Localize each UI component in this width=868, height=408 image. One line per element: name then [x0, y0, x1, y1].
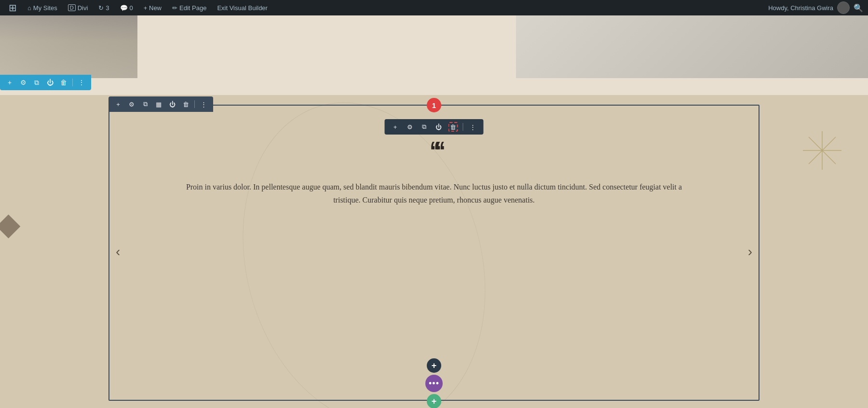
delete-section-button[interactable]: 🗑 — [59, 78, 68, 87]
more-module-button[interactable]: ⋮ — [468, 122, 478, 132]
wp-logo-button[interactable]: ⊞ — [5, 0, 21, 15]
add-row-button[interactable]: + — [113, 99, 123, 109]
edit-page-label: Edit Page — [179, 4, 206, 12]
settings-row-button[interactable]: ⚙ — [127, 99, 136, 109]
add-top-button[interactable]: + — [427, 358, 441, 373]
module-toolbar-top: + ⚙ ⧉ ⏻ 🗑 ⋮ — [0, 75, 91, 90]
star-decoration — [803, 131, 841, 172]
columns-row-button[interactable]: ▦ — [154, 99, 163, 109]
page-content: + ⚙ ⧉ ⏻ 🗑 ⋮ + ⚙ ⧉ ▦ ⏻ 🗑 — [0, 15, 868, 408]
main-content: + ⚙ ⧉ ▦ ⏻ 🗑 ⋮ 1 + ⚙ ⧉ ⏻ 🗑 ⋮ — [0, 95, 868, 408]
divi-label: Divi — [78, 4, 88, 12]
prev-arrow-icon: ‹ — [116, 244, 120, 259]
duplicate-row-button[interactable]: ⧉ — [140, 99, 150, 109]
exit-builder-label: Exit Visual Builder — [217, 4, 268, 12]
divi-button[interactable]: D Divi — [64, 0, 92, 15]
delete-row-button[interactable]: 🗑 — [181, 99, 190, 109]
divi-count-button[interactable]: ↻ 3 — [95, 0, 113, 15]
exit-builder-button[interactable]: Exit Visual Builder — [213, 0, 271, 15]
testimonial-text: Proin in varius dolor. In pellentesque a… — [175, 180, 694, 206]
new-label: + New — [144, 4, 162, 12]
power-row-button[interactable]: ⏻ — [167, 99, 177, 109]
dots-button[interactable]: ••• — [425, 375, 443, 392]
testimonial-box: 1 + ⚙ ⧉ ⏻ 🗑 ⋮ ““ Proin in varius dolor. … — [108, 105, 760, 401]
duplicate-module-button[interactable]: ⧉ — [420, 122, 429, 132]
delete-module-button[interactable]: 🗑 — [448, 122, 458, 132]
settings-section-button[interactable]: ⚙ — [18, 78, 28, 87]
search-icon[interactable]: 🔍 — [854, 3, 863, 13]
my-sites-button[interactable]: ⌂ My Sites — [24, 0, 61, 15]
nav-prev-button[interactable]: ‹ — [116, 244, 120, 259]
divi-icon: D — [68, 4, 76, 11]
toolbar-separator — [72, 79, 73, 86]
comments-count: 0 — [130, 4, 133, 12]
add-module-button[interactable]: + — [391, 122, 400, 132]
top-image-left — [0, 15, 137, 78]
howdy-label: Howdy, Christina Gwira — [768, 4, 833, 12]
quote-marks: ““ — [430, 137, 438, 171]
module-toolbar-separator — [463, 123, 463, 131]
power-section-button[interactable]: ⏻ — [45, 78, 55, 87]
wp-icon: ⊞ — [9, 2, 17, 14]
nav-next-button[interactable]: › — [748, 244, 752, 259]
avatar[interactable] — [837, 1, 850, 14]
my-sites-label: My Sites — [33, 4, 57, 12]
admin-bar: ⊞ ⌂ My Sites D Divi ↻ 3 💬 0 + New ✏ Edit… — [0, 0, 868, 15]
home-icon: ⌂ — [27, 4, 31, 12]
settings-module-button[interactable]: ⚙ — [405, 122, 415, 132]
more-section-button[interactable]: ⋮ — [77, 78, 86, 87]
divi-count: 3 — [106, 4, 109, 12]
comments-button[interactable]: 💬 0 — [116, 0, 137, 15]
top-section — [0, 15, 868, 78]
pencil-icon: ✏ — [172, 4, 177, 12]
top-image-right — [516, 15, 868, 78]
comment-icon: 💬 — [120, 4, 128, 12]
new-button[interactable]: + New — [140, 0, 165, 15]
diamond-decoration — [0, 215, 20, 238]
admin-bar-right: Howdy, Christina Gwira 🔍 — [768, 1, 863, 14]
edit-page-button[interactable]: ✏ Edit Page — [168, 0, 210, 15]
bottom-add-buttons: + ••• + — [425, 358, 443, 408]
refresh-icon: ↻ — [98, 4, 104, 12]
power-module-button[interactable]: ⏻ — [434, 122, 444, 132]
add-bottom-button[interactable]: + — [427, 394, 441, 408]
duplicate-section-button[interactable]: ⧉ — [32, 78, 41, 87]
counter-value: 1 — [432, 101, 436, 109]
more-row-button[interactable]: ⋮ — [199, 99, 208, 109]
module-toolbar-center: + ⚙ ⧉ ⏻ 🗑 ⋮ — [385, 119, 484, 135]
next-arrow-icon: › — [748, 244, 752, 259]
add-section-button[interactable]: + — [5, 78, 14, 87]
row-toolbar: + ⚙ ⧉ ▦ ⏻ 🗑 ⋮ — [108, 96, 213, 112]
row-toolbar-separator — [194, 100, 195, 108]
counter-badge: 1 — [427, 98, 441, 112]
